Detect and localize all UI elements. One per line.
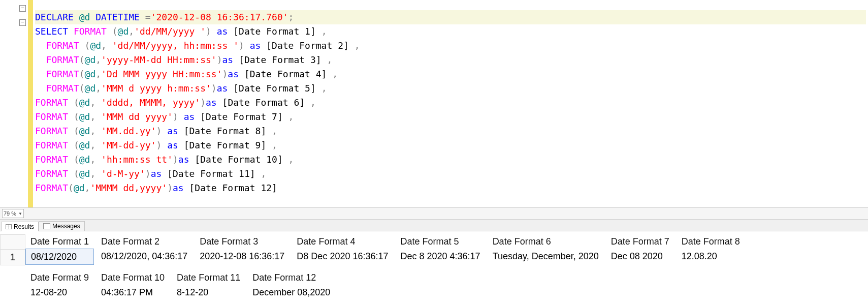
result-column: Date Format 12December 08,2020	[247, 270, 335, 301]
zoom-level-dropdown[interactable]: 79 % ▼	[2, 209, 24, 218]
column-header[interactable]: Date Format 5	[396, 234, 486, 249]
results-tabs: Results Messages	[0, 220, 868, 231]
result-cell[interactable]: 2020-12-08 16:36:17	[195, 249, 290, 264]
result-cell[interactable]: 12-08-20	[25, 285, 94, 300]
result-column: Date Format 912-08-20	[25, 270, 94, 301]
zoom-bar: 79 % ▼	[0, 208, 868, 220]
messages-icon	[43, 223, 50, 229]
result-column: Date Format 1004:36:17 PM	[96, 270, 170, 301]
column-header[interactable]: Date Format 1	[25, 234, 94, 249]
result-column: Date Format 812.08.20	[677, 234, 745, 265]
result-column: Date Format 208/12/2020, 04:36:17	[96, 234, 192, 265]
row-number-column: 1	[0, 234, 25, 265]
results-row-group-2: Date Format 912-08-20Date Format 1004:36…	[0, 270, 868, 301]
grid-icon	[6, 224, 12, 229]
result-column: Date Format 118-12-20	[172, 270, 245, 301]
result-column: Date Format 7Dec 08 2020	[606, 234, 674, 265]
column-header[interactable]: Date Format 9	[25, 270, 94, 285]
column-header[interactable]: Date Format 4	[292, 234, 393, 249]
column-header[interactable]: Date Format 12	[247, 270, 335, 285]
result-cell[interactable]: 08/12/2020, 04:36:17	[96, 249, 192, 264]
column-header[interactable]: Date Format 3	[195, 234, 290, 249]
fold-toggle-icon[interactable]: −	[19, 19, 26, 26]
code-text-area[interactable]: DECLARE @d DATETIME ='2020-12-08 16:36:1…	[33, 9, 868, 198]
result-cell[interactable]: 8-12-20	[172, 285, 245, 300]
column-header[interactable]: Date Format 11	[172, 270, 245, 285]
result-cell[interactable]: Dec 8 2020 4:36:17	[396, 249, 486, 264]
result-cell[interactable]: December 08,2020	[247, 285, 335, 300]
sql-editor: − − DECLARE @d DATETIME ='2020-12-08 16:…	[0, 0, 868, 208]
column-header[interactable]: Date Format 2	[96, 234, 192, 249]
fold-toggle-icon[interactable]: −	[19, 5, 26, 12]
chevron-down-icon: ▼	[18, 211, 22, 216]
results-grid: 1 Date Format 108/12/2020Date Format 208…	[0, 231, 868, 304]
result-cell[interactable]: 12.08.20	[677, 249, 745, 264]
change-indicator-bar	[28, 0, 33, 207]
row-number-header	[0, 234, 25, 250]
tab-messages-label: Messages	[52, 223, 80, 230]
column-header[interactable]: Date Format 7	[606, 234, 674, 249]
tab-messages[interactable]: Messages	[39, 221, 85, 231]
result-cell[interactable]: Dec 08 2020	[606, 249, 674, 264]
row-number-cell[interactable]: 1	[0, 250, 25, 265]
result-column: Date Format 4D8 Dec 2020 16:36:17	[292, 234, 393, 265]
tab-results-label: Results	[14, 223, 34, 230]
column-header[interactable]: Date Format 6	[488, 234, 604, 249]
result-column: Date Format 5Dec 8 2020 4:36:17	[396, 234, 486, 265]
result-cell[interactable]: Tuesday, December, 2020	[488, 249, 604, 264]
tab-results[interactable]: Results	[1, 222, 39, 231]
results-row-group-1: 1 Date Format 108/12/2020Date Format 208…	[0, 234, 868, 265]
result-column: Date Format 6Tuesday, December, 2020	[488, 234, 604, 265]
result-cell[interactable]: D8 Dec 2020 16:36:17	[292, 249, 393, 264]
result-column: Date Format 32020-12-08 16:36:17	[195, 234, 290, 265]
editor-gutter: − −	[0, 0, 28, 207]
column-header[interactable]: Date Format 8	[677, 234, 745, 249]
result-column: Date Format 108/12/2020	[25, 234, 94, 265]
column-header[interactable]: Date Format 10	[96, 270, 170, 285]
result-cell[interactable]: 04:36:17 PM	[96, 285, 170, 300]
zoom-level-value: 79 %	[4, 210, 16, 217]
result-cell[interactable]: 08/12/2020	[25, 249, 94, 265]
